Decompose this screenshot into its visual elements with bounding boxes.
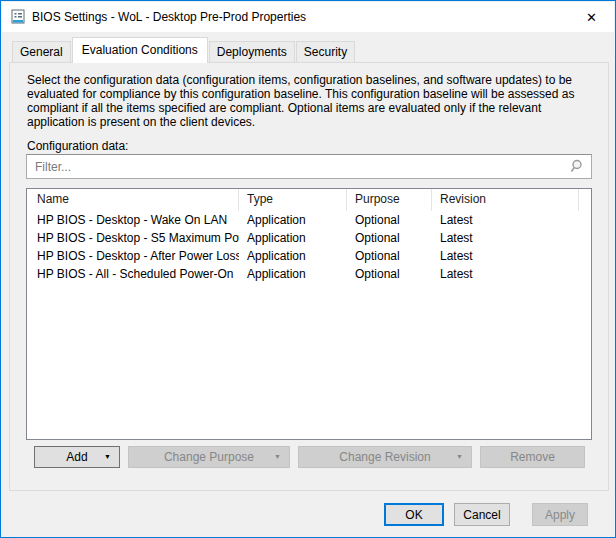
cell-type: Application	[239, 247, 347, 265]
change-purpose-button[interactable]: Change Purpose ▼	[128, 446, 290, 468]
filter-box	[26, 154, 592, 179]
column-header-purpose[interactable]: Purpose	[347, 189, 432, 211]
column-header-name[interactable]: Name	[27, 189, 239, 211]
cell-name: HP BIOS - Desktop - Wake On LAN	[27, 211, 239, 229]
chevron-down-icon: ▼	[456, 447, 463, 467]
filter-input[interactable]	[27, 155, 575, 178]
table-row[interactable]: HP BIOS - Desktop - S5 Maximum Power Sa.…	[27, 229, 591, 247]
configuration-data-list: Name Type Purpose Revision HP BIOS - Des…	[26, 188, 592, 440]
table-row[interactable]: HP BIOS - Desktop - After Power Loss App…	[27, 247, 591, 265]
cell-purpose: Optional	[347, 247, 432, 265]
cell-purpose: Optional	[347, 229, 432, 247]
tab-security[interactable]: Security	[296, 41, 355, 63]
remove-button[interactable]: Remove	[480, 446, 585, 468]
search-icon[interactable]	[568, 158, 585, 175]
cell-type: Application	[239, 211, 347, 229]
change-purpose-label: Change Purpose	[164, 450, 254, 464]
chevron-down-icon: ▼	[104, 447, 111, 467]
tab-general[interactable]: General	[12, 41, 71, 63]
cell-type: Application	[239, 265, 347, 283]
cell-revision: Latest	[432, 229, 579, 247]
change-revision-button[interactable]: Change Revision ▼	[298, 446, 472, 468]
add-button[interactable]: Add ▼	[34, 446, 120, 468]
baseline-properties-icon	[10, 9, 26, 25]
cell-type: Application	[239, 229, 347, 247]
description-text: Select the configuration data (configura…	[27, 73, 599, 129]
cell-revision: Latest	[432, 247, 579, 265]
tab-deployments[interactable]: Deployments	[209, 41, 295, 63]
cell-name: HP BIOS - All - Scheduled Power-On	[27, 265, 239, 283]
configuration-data-label: Configuration data:	[27, 139, 128, 153]
table-row[interactable]: HP BIOS - Desktop - Wake On LAN Applicat…	[27, 211, 591, 229]
chevron-down-icon: ▼	[274, 447, 281, 467]
cell-revision: Latest	[432, 211, 579, 229]
window-title: BIOS Settings - WoL - Desktop Pre-Prod P…	[32, 10, 306, 24]
change-revision-label: Change Revision	[339, 450, 430, 464]
list-header: Name Type Purpose Revision	[27, 189, 591, 211]
cell-purpose: Optional	[347, 211, 432, 229]
close-button[interactable]: ✕	[569, 2, 614, 32]
column-header-filler	[579, 189, 591, 211]
column-header-revision[interactable]: Revision	[432, 189, 579, 211]
tab-page-evaluation-conditions: Select the configuration data (configura…	[9, 62, 609, 491]
titlebar: BIOS Settings - WoL - Desktop Pre-Prod P…	[2, 2, 614, 32]
column-header-type[interactable]: Type	[239, 189, 347, 211]
add-button-label: Add	[66, 450, 87, 464]
cell-name: HP BIOS - Desktop - After Power Loss	[27, 247, 239, 265]
tab-evaluation-conditions[interactable]: Evaluation Conditions	[72, 37, 208, 63]
cell-revision: Latest	[432, 265, 579, 283]
cell-purpose: Optional	[347, 265, 432, 283]
dialog-window: BIOS Settings - WoL - Desktop Pre-Prod P…	[0, 0, 616, 538]
cell-name: HP BIOS - Desktop - S5 Maximum Power Sa.…	[27, 229, 239, 247]
ok-button[interactable]: OK	[384, 503, 444, 526]
remove-button-label: Remove	[510, 450, 555, 464]
close-icon: ✕	[586, 10, 597, 25]
table-row[interactable]: HP BIOS - All - Scheduled Power-On Appli…	[27, 265, 591, 283]
apply-button[interactable]: Apply	[532, 503, 588, 526]
cancel-button[interactable]: Cancel	[454, 503, 510, 526]
tabstrip: General Evaluation Conditions Deployment…	[12, 41, 356, 63]
